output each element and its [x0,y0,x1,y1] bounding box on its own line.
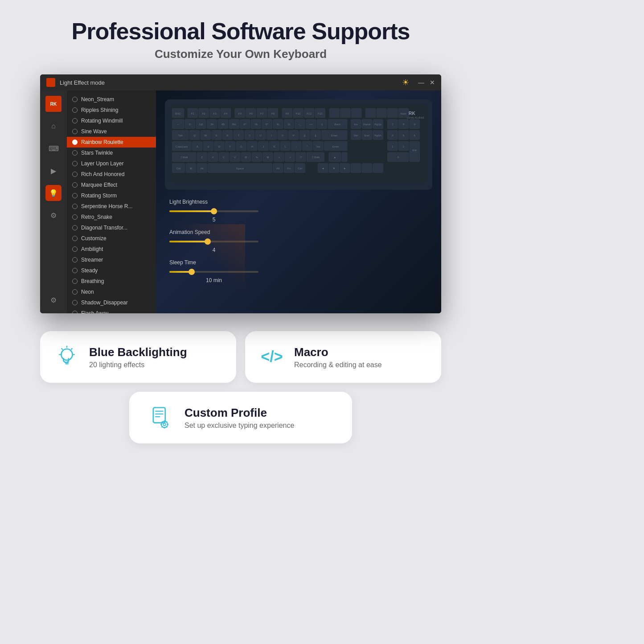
svg-text:,<: ,< [278,156,280,159]
effect-ripples-shining[interactable]: Ripples Shining [67,105,156,115]
sleep-track [169,271,258,273]
speed-control: Animation Speed 4 [169,229,428,253]
svg-text:PgUp: PgUp [374,123,381,126]
svg-text:M: M [267,156,269,159]
sidebar-bottom-settings-icon[interactable]: ⚙ [45,292,62,308]
svg-line-213 [62,349,62,349]
svg-text:ESC: ESC [175,112,181,115]
effect-label: Serpentine Horse R... [81,203,132,209]
effect-radio [72,161,78,166]
svg-text:End: End [365,134,370,137]
effect-radio [72,172,78,177]
svg-text:]}: ]} [315,134,316,137]
effect-serpentine[interactable]: Serpentine Horse R... [67,201,156,212]
svg-text:3#: 3# [210,123,213,126]
effect-rotating-windmill[interactable]: Rotating Windmill [67,115,156,126]
svg-text:►: ► [344,167,346,170]
effect-label: Diagonal Transfor... [81,225,127,231]
svg-text:1!: 1! [189,123,191,126]
effect-streamer[interactable]: Streamer [67,254,156,265]
backlighting-text: Blue Backlighting 20 lighting effects [89,345,187,369]
svg-text:I: I [271,134,272,137]
effect-radio [72,118,78,123]
speed-thumb[interactable] [205,238,211,245]
effect-label: Rainbow Roulette [81,139,123,145]
svg-text:Alt: Alt [276,167,279,170]
minimize-button[interactable]: — [418,79,424,86]
effect-ambilight[interactable]: Ambilight [67,244,156,254]
svg-rect-18 [351,108,361,118]
page-header: Professional Software Supports Customize… [72,18,410,61]
svg-text:Ctrl: Ctrl [298,167,302,170]
effect-steady[interactable]: Steady [67,265,156,276]
profile-desc: Set up exclusive typing experience [185,422,294,430]
svg-text:6^: 6^ [244,123,246,126]
sleep-thumb[interactable] [189,269,195,275]
effect-radio [72,311,78,313]
svg-text:L: L [284,145,286,148]
effect-rainbow-roulette[interactable]: Rainbow Roulette [67,137,156,148]
effect-diagonal[interactable]: Diagonal Transfor... [67,222,156,233]
svg-text:5: 5 [403,134,405,137]
effect-marquee[interactable]: Marquee Effect [67,180,156,190]
sidebar-light-icon[interactable]: 💡 [45,185,62,201]
svg-rect-166 [342,152,347,162]
svg-text:U: U [259,134,261,137]
speed-fill [169,241,208,242]
svg-line-214 [71,349,72,349]
brightness-thumb[interactable] [211,208,217,214]
svg-rect-194 [351,164,361,173]
effect-neon[interactable]: Neon [67,287,156,297]
brightness-fill [169,210,214,212]
svg-text:E: E [216,134,217,137]
svg-text:R: R [226,134,229,137]
sidebar-media-icon[interactable]: ▶ [45,163,62,179]
speed-slider-container [169,237,428,246]
effect-breathing[interactable]: Breathing [67,276,156,287]
window-controls: — ✕ [418,79,435,86]
effect-label: Breathing [81,278,104,284]
svg-line-227 [167,427,167,427]
effect-label: Shadow_Disappear [81,299,128,306]
effect-label: Layer Upon Layer [81,160,123,167]
sleep-control: Sleep Time 10 min [169,259,428,283]
effect-sine-wave[interactable]: Sine Wave [67,126,156,137]
svg-text:F11: F11 [307,112,312,115]
svg-text:▲: ▲ [333,156,336,159]
effect-rotating-storm[interactable]: Rotating Storm [67,190,156,201]
effect-stars-twinkle[interactable]: Stars Twinkle [67,148,156,158]
effect-customize[interactable]: Customize [67,233,156,244]
svg-rect-21 [388,108,398,118]
effect-label: Neon_Stream [81,96,114,103]
svg-text:⇧Shift: ⇧Shift [180,156,188,159]
speed-value: 4 [169,247,258,253]
sidebar-settings-icon[interactable]: ⚙ [45,207,62,223]
effect-shadow-disappear[interactable]: Shadow_Disappear [67,297,156,308]
svg-text:/?: /? [300,156,303,159]
svg-line-229 [162,427,162,427]
effect-layer-upon-layer[interactable]: Layer Upon Layer [67,158,156,169]
svg-text:Enter: Enter [332,145,339,148]
keyboard-svg: RK ROYAL KLUDGE [170,105,427,183]
effect-radio [72,107,78,113]
svg-text:Ins: Ins [316,145,320,148]
svg-text:2@: 2@ [199,123,203,126]
effect-label: Streamer [81,257,103,263]
app-logo [46,78,55,87]
backlighting-desc: 20 lighting effects [89,361,187,369]
sidebar-home-icon[interactable]: ⌂ [45,118,62,134]
effect-radio [72,225,78,230]
svg-text:5%: 5% [232,123,236,126]
effect-rich-and-honored[interactable]: Rich And Honored [67,169,156,180]
svg-text:X: X [212,156,214,159]
main-title: Professional Software Supports [72,18,410,45]
effect-neon-stream[interactable]: Neon_Stream [67,94,156,105]
effect-retro-snake[interactable]: Retro_Snake [67,212,156,222]
brightness-value: 5 [169,217,258,223]
svg-line-226 [162,422,162,422]
title-bar: Light Effect mode ☀ — ✕ [40,74,441,90]
effect-flash-away[interactable]: Flash Away [67,308,156,313]
sidebar-keyboard-icon[interactable]: ⌨ [45,140,62,156]
svg-text:F5: F5 [238,112,242,115]
close-button[interactable]: ✕ [430,79,435,86]
